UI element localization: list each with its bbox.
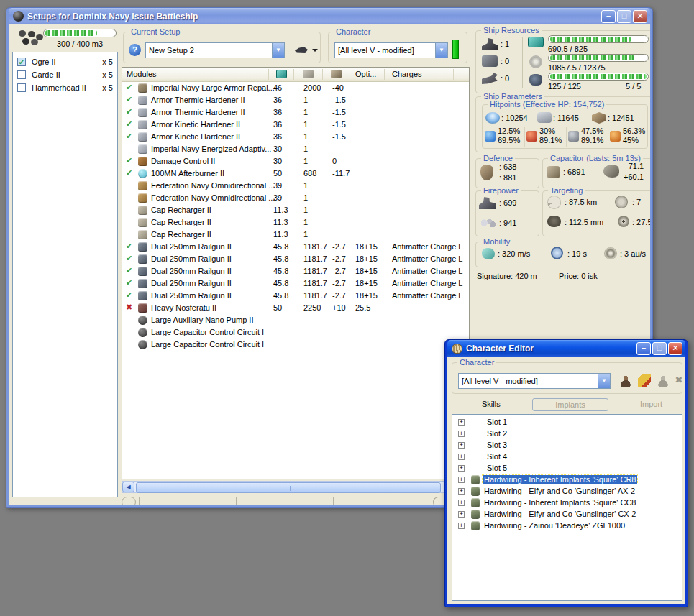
minimize-button[interactable]: – — [601, 10, 616, 23]
module-row[interactable]: Cap Recharger II 11.3 1 — [122, 229, 469, 241]
new-character-button[interactable] — [619, 374, 632, 387]
module-row[interactable]: Damage Control II 30 1 0 — [122, 155, 469, 167]
maximize-button[interactable]: □ — [617, 10, 631, 23]
expand-icon[interactable] — [458, 488, 465, 495]
setup-combobox[interactable]: New Setup 2 ▼ — [145, 42, 285, 58]
module-row[interactable]: Large Auxiliary Nano Pump II — [122, 314, 469, 326]
module-row[interactable]: Armor Kinetic Hardener II 36 1 -1.5 — [122, 131, 469, 143]
module-name: Cap Recharger II — [151, 230, 211, 239]
module-row[interactable]: Cap Recharger II 11.3 1 — [122, 216, 469, 229]
module-row[interactable]: Armor Kinetic Hardener II 36 1 -1.5 — [122, 119, 469, 131]
expand-icon[interactable] — [458, 442, 465, 449]
tree-item[interactable]: Hardwiring - Eifyr and Co 'Gunslinger' A… — [452, 486, 682, 497]
close-button[interactable]: ✕ — [668, 342, 682, 355]
horizontal-scrollbar[interactable]: ◀ — [122, 481, 470, 493]
tree-item[interactable]: Hardwiring - Inherent Implants 'Squire' … — [452, 474, 682, 486]
targeting-range-value: : 87.5 km — [565, 198, 597, 206]
module-name: Large Capacitor Control Circuit I — [151, 340, 264, 349]
bottom-tab[interactable] — [122, 497, 136, 506]
chevron-down-icon[interactable]: ▼ — [598, 374, 610, 388]
defence-value-2: : 881 — [499, 173, 516, 182]
module-row[interactable]: Cap Recharger II 11.3 1 — [122, 204, 469, 216]
maximize-button[interactable]: □ — [652, 342, 667, 355]
main-title-bar[interactable]: Setups for Dominix Navy Issue Battleship… — [9, 8, 650, 24]
expand-icon[interactable] — [458, 500, 465, 506]
bottom-tab[interactable] — [139, 497, 236, 506]
drone-list-item[interactable]: Garde II x 5 — [13, 68, 117, 81]
module-row[interactable]: Armor Thermic Hardener II 36 1 -1.5 — [122, 106, 469, 119]
module-cap-use: 0 — [332, 157, 337, 165]
partial-tab[interactable] — [433, 497, 442, 506]
module-row[interactable]: Dual 250mm Railgun II 45.8 1181.7 -2.7 1… — [122, 277, 469, 290]
tab-skills[interactable]: Skills — [482, 400, 501, 408]
module-row[interactable]: Federation Navy Omnidirectional ... 39 1 — [122, 192, 469, 204]
tree-item[interactable]: Slot 1 — [452, 417, 682, 428]
drone-checkbox[interactable] — [17, 83, 26, 92]
expand-icon[interactable] — [458, 523, 465, 529]
expand-icon[interactable] — [458, 454, 465, 460]
module-row[interactable]: Dual 250mm Railgun II 45.8 1181.7 -2.7 1… — [122, 253, 469, 265]
powergrid-column-icon[interactable] — [303, 70, 314, 78]
minimize-button[interactable]: – — [636, 342, 651, 355]
module-row[interactable]: Dual 250mm Railgun II 45.8 1181.7 -2.7 1… — [122, 290, 469, 302]
character-editor-combobox[interactable]: [All level V - modified] ▼ — [458, 373, 611, 389]
tree-item[interactable]: Slot 4 — [452, 451, 682, 463]
delete-character-button[interactable]: ✖ — [672, 374, 685, 387]
drone-list-item[interactable]: Ogre II x 5 — [13, 55, 117, 68]
tree-item[interactable]: Slot 3 — [452, 440, 682, 451]
character-editor-title-bar[interactable]: Character Editor – □ ✕ — [447, 340, 685, 357]
drone-list-item[interactable]: Hammerhead II x 5 — [13, 81, 117, 94]
module-row[interactable]: Large Capacitor Control Circuit I — [122, 326, 469, 339]
resist-value-bottom: 69.5% — [498, 136, 520, 144]
edit-character-button[interactable] — [638, 374, 651, 387]
expand-icon[interactable] — [458, 419, 465, 426]
character-combobox[interactable]: [All level V - modified] ▼ — [334, 42, 448, 58]
tree-item[interactable]: Slot 2 — [452, 428, 682, 440]
charges-column-header[interactable]: Charges — [392, 70, 422, 78]
desktop: Setups for Dominix Navy Issue Battleship… — [0, 0, 694, 616]
module-row[interactable]: Imperial Navy Energized Adaptiv... 30 1 — [122, 143, 469, 155]
module-row[interactable]: Dual 250mm Railgun II 45.8 1181.7 -2.7 1… — [122, 241, 469, 253]
ship-resources-label: Ship Resources — [481, 26, 542, 35]
bottom-tab[interactable] — [236, 497, 333, 506]
module-powergrid: 1 — [303, 193, 308, 202]
bottom-tab[interactable] — [333, 497, 430, 506]
resist-icon — [610, 131, 621, 142]
expand-icon[interactable] — [458, 511, 465, 518]
drone-listbox[interactable]: Ogre II x 5 Garde II x 5 Hammerhead II x… — [12, 52, 118, 497]
drone-checkbox[interactable] — [17, 70, 26, 79]
tree-item[interactable]: Hardwiring - Eifyr and Co 'Gunslinger' C… — [452, 509, 682, 520]
expand-icon[interactable] — [458, 431, 465, 437]
scroll-left-arrow-icon[interactable]: ◀ — [122, 482, 134, 492]
module-row[interactable]: 100MN Afterburner II 50 688 -11.7 — [122, 167, 469, 180]
ship-menu-button[interactable] — [295, 44, 318, 57]
module-row[interactable]: Heavy Nosferatu II 50 2250 +10 25.5 — [122, 302, 469, 314]
module-row[interactable]: Armor Thermic Hardener II 36 1 -1.5 — [122, 94, 469, 106]
implants-tree[interactable]: Slot 1 Slot 2 Slot 3 Slot 4 Slot 5 Hardw… — [452, 414, 682, 601]
optimal-column-header[interactable]: Opti... — [355, 70, 376, 78]
cpu-column-icon[interactable] — [276, 70, 287, 78]
scrollbar-thumb[interactable] — [136, 482, 441, 493]
drone-checkbox[interactable] — [17, 58, 26, 66]
chevron-down-icon[interactable]: ▼ — [435, 43, 447, 58]
tab-implants[interactable]: Implants — [532, 398, 608, 411]
copy-character-button[interactable] — [657, 374, 670, 387]
modules-header[interactable]: Modules Opti... Charges — [122, 68, 469, 82]
module-row[interactable]: Federation Navy Omnidirectional ... 39 1 — [122, 180, 469, 192]
tree-item[interactable]: Slot 5 — [452, 463, 682, 474]
module-row[interactable]: Imperial Navy Large Armor Repai... 46 20… — [122, 82, 469, 94]
module-cpu: 11.3 — [273, 206, 288, 214]
capacitor-column-icon[interactable] — [331, 70, 342, 78]
module-powergrid: 1181.7 — [303, 279, 327, 288]
tree-item[interactable]: Hardwiring - Inherent Implants 'Squire' … — [452, 497, 682, 509]
module-row[interactable]: Dual 250mm Railgun II 45.8 1181.7 -2.7 1… — [122, 265, 469, 277]
tree-item[interactable]: Hardwiring - Zainou 'Deadeye' ZGL1000 — [452, 520, 682, 532]
module-row[interactable]: Large Capacitor Control Circuit I — [122, 339, 469, 351]
expand-icon[interactable] — [458, 465, 465, 472]
tab-import[interactable]: Import — [640, 400, 662, 408]
expand-icon[interactable] — [458, 477, 465, 483]
help-icon[interactable]: ? — [129, 44, 141, 56]
modules-column-header[interactable]: Modules — [127, 70, 157, 78]
chevron-down-icon[interactable]: ▼ — [272, 43, 284, 58]
close-button[interactable]: ✕ — [633, 10, 647, 23]
